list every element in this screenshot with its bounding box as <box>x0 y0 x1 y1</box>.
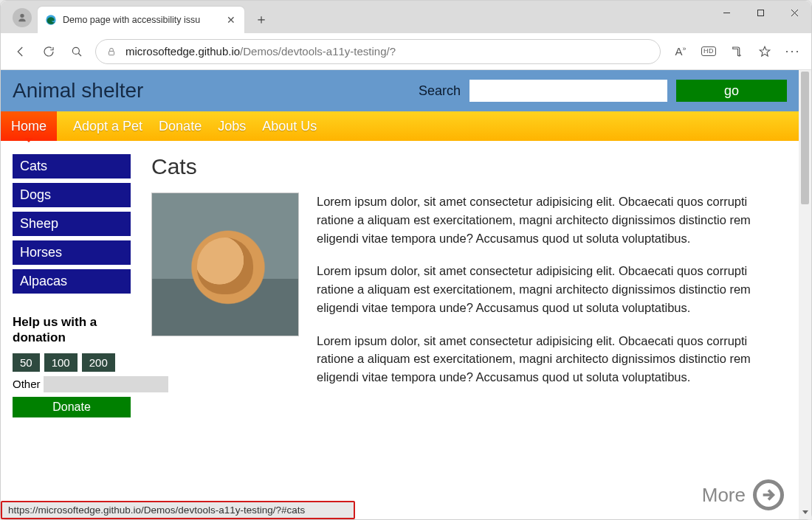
tab-close-button[interactable]: ✕ <box>225 14 237 26</box>
page-body: Animal shelter Search go Home Adopt a Pe… <box>1 70 799 519</box>
address-bar[interactable]: microsoftedge.github.io/Demos/devtools-a… <box>95 39 661 64</box>
paragraph: Lorem ipsum dolor, sit amet consectetur … <box>317 262 787 316</box>
nav-donate[interactable]: Donate <box>159 111 202 141</box>
browser-titlebar: Demo page with accessibility issu ✕ ＋ <box>1 1 811 33</box>
status-url: https://microsoftedge.github.io/Demos/de… <box>8 505 305 516</box>
scrollbar-thumb[interactable] <box>801 72 809 204</box>
tab-title: Demo page with accessibility issu <box>63 15 221 25</box>
nav-jobs[interactable]: Jobs <box>218 111 246 141</box>
more-label: More <box>702 484 746 507</box>
sidebar-item-dogs[interactable]: Dogs <box>13 183 131 207</box>
edge-favicon-icon <box>45 14 57 26</box>
new-tab-button[interactable]: ＋ <box>250 8 272 30</box>
window-close-button[interactable] <box>777 1 811 24</box>
donation-widget: Help us with a donation 50 100 200 Other… <box>13 314 131 417</box>
window-minimize-button[interactable] <box>709 1 743 24</box>
sidebar-item-sheep[interactable]: Sheep <box>13 212 131 236</box>
primary-nav: Home Adopt a Pet Donate Jobs About Us <box>1 111 799 141</box>
nav-about[interactable]: About Us <box>262 111 317 141</box>
donate-button[interactable]: Donate <box>13 397 131 417</box>
vertical-scrollbar[interactable] <box>799 70 811 519</box>
site-info-lock-icon[interactable] <box>106 46 117 57</box>
link-hover-statusbar: https://microsoftedge.github.io/Demos/de… <box>1 501 355 519</box>
more-menu-button[interactable]: ··· <box>780 39 805 64</box>
browser-toolbar: microsoftedge.github.io/Demos/devtools-a… <box>1 33 811 70</box>
arrow-right-circle-icon <box>753 479 784 510</box>
scrollbar-down-arrow-icon[interactable] <box>799 506 811 518</box>
window-maximize-button[interactable] <box>743 1 777 24</box>
nav-adopt[interactable]: Adopt a Pet <box>73 111 142 141</box>
site-search-input[interactable] <box>469 80 667 102</box>
page-heading: Cats <box>151 154 787 179</box>
sidebar-item-cats[interactable]: Cats <box>13 154 131 178</box>
sidebar-item-alpacas[interactable]: Alpacas <box>13 269 131 294</box>
profile-avatar[interactable] <box>13 8 32 27</box>
reading-list-button[interactable] <box>724 39 749 64</box>
site-header: Animal shelter Search go <box>1 70 799 111</box>
svg-line-6 <box>78 53 81 56</box>
site-title: Animal shelter <box>13 79 143 103</box>
read-aloud-button[interactable]: A» <box>668 39 693 64</box>
svg-rect-2 <box>757 10 763 15</box>
browser-tab-active[interactable]: Demo page with accessibility issu ✕ <box>38 7 244 33</box>
sidebar: Cats Dogs Sheep Horses Alpacas Help us w… <box>13 154 131 519</box>
sidebar-item-horses[interactable]: Horses <box>13 240 131 265</box>
url-text: microsoftedge.github.io/Demos/devtools-a… <box>125 45 650 58</box>
main-content: Cats Lorem ipsum dolor, sit amet consect… <box>151 154 787 519</box>
svg-marker-10 <box>802 510 808 514</box>
donation-heading: Help us with a donation <box>13 314 131 346</box>
paragraph: Lorem ipsum dolor, sit amet consectetur … <box>317 332 787 386</box>
donation-other-input[interactable] <box>44 376 168 392</box>
back-button[interactable] <box>7 38 35 66</box>
more-link[interactable]: More <box>702 479 784 510</box>
cat-photo <box>151 193 299 336</box>
nav-home[interactable]: Home <box>1 111 57 141</box>
refresh-button[interactable] <box>35 38 63 66</box>
svg-marker-8 <box>760 46 770 56</box>
svg-point-5 <box>72 47 79 54</box>
article-text: Lorem ipsum dolor, sit amet consectetur … <box>317 193 787 401</box>
svg-rect-7 <box>109 51 114 55</box>
search-go-button[interactable]: go <box>676 80 787 102</box>
donation-amount-200[interactable]: 200 <box>82 353 115 372</box>
donation-other-label: Other <box>13 378 41 390</box>
paragraph: Lorem ipsum dolor, sit amet consectetur … <box>317 193 787 247</box>
favorite-star-button[interactable] <box>752 39 777 64</box>
donation-amount-100[interactable]: 100 <box>44 353 78 372</box>
donation-amount-50[interactable]: 50 <box>13 353 40 372</box>
search-label: Search <box>419 83 461 99</box>
hd-indicator-icon[interactable]: HD <box>696 39 721 64</box>
toolbar-search-button[interactable] <box>63 38 91 66</box>
